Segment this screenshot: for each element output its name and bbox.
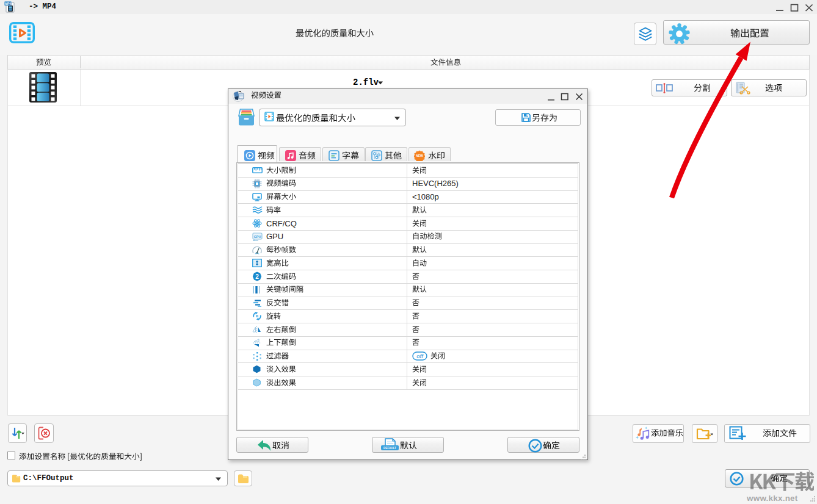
svg-text:NEW: NEW <box>416 154 424 157</box>
svg-text:DEFAULT: DEFAULT <box>383 447 396 450</box>
svg-text:off: off <box>416 353 424 359</box>
svg-text:MP4: MP4 <box>5 2 11 5</box>
svg-text:GPU: GPU <box>254 234 261 238</box>
svg-text:2: 2 <box>255 273 259 280</box>
svg-text:FPS: FPS <box>255 252 260 254</box>
